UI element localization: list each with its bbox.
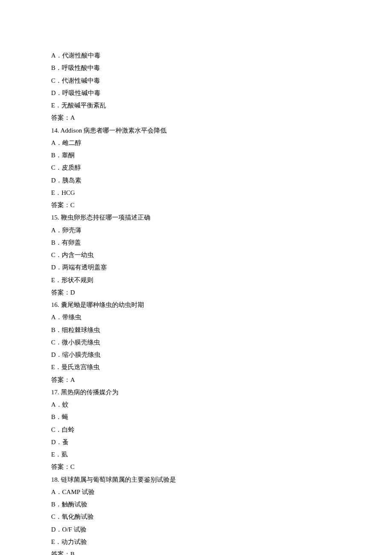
option-text: 雌二醇 (62, 139, 81, 146)
option-letter: A (51, 489, 56, 495)
option-text: HCG (61, 189, 75, 196)
option-text: 形状不规则 (61, 277, 93, 283)
option-letter: B (51, 327, 55, 333)
question-text: 链球菌属与葡萄球菌属的主要鉴别试验是 (61, 476, 176, 483)
answer-value: C (70, 463, 75, 470)
option-letter: E (51, 102, 55, 109)
option-a: A．CAMP 试验 (51, 486, 341, 498)
answer-value: D (70, 289, 75, 296)
option-letter: E (51, 451, 55, 458)
option-letter: E (51, 277, 55, 283)
option-letter: A (51, 314, 56, 321)
option-text: 蚤 (62, 439, 69, 445)
option-text: 曼氏迭宫绦虫 (61, 364, 100, 370)
option-b: B．有卵盖 (51, 237, 341, 249)
answer-line: 答案：A (51, 112, 341, 124)
option-a: A．卵壳薄 (51, 224, 341, 237)
option-b: B．触酶试验 (51, 498, 341, 511)
option-text: 呼吸性碱中毒 (62, 90, 101, 96)
question-text: 鞭虫卵形态持征哪一项描述正确 (61, 214, 150, 221)
option-text: 氧化酶试验 (62, 513, 94, 520)
option-letter: A (51, 401, 56, 408)
option-e: E．虱 (51, 448, 341, 461)
option-letter: C (51, 513, 55, 520)
option-text: 虱 (61, 451, 68, 458)
option-c: C．氧化酶试验 (51, 511, 341, 523)
option-c: C．皮质醇 (51, 162, 341, 174)
question-text: 囊尾蚴是哪种绦虫的幼虫时期 (61, 301, 144, 308)
option-d: D．缩小膜壳绦虫 (51, 349, 341, 361)
option-text: 白蛉 (62, 426, 75, 433)
option-d: D．胰岛素 (51, 174, 341, 187)
option-e: E．无酸碱平衡紊乱 (51, 99, 341, 112)
question-number: 18. (51, 476, 59, 483)
option-letter: D (51, 526, 56, 533)
option-letter: B (51, 64, 55, 71)
option-letter: B (51, 239, 55, 246)
question-stem: 16. 囊尾蚴是哪种绦虫的幼虫时期 (51, 299, 341, 311)
option-letter: C (51, 339, 55, 346)
answer-value: C (70, 202, 75, 208)
option-text: 呼吸性酸中毒 (62, 64, 100, 71)
option-b: B．呼吸性酸中毒 (51, 62, 341, 74)
question-number: 16. (51, 301, 59, 308)
option-letter: C (51, 426, 55, 433)
answer-line: 答案：D (51, 286, 341, 299)
option-c: C．微小膜壳绦虫 (51, 336, 341, 349)
option-letter: C (51, 164, 55, 171)
option-text: 缩小膜壳绦虫 (62, 351, 101, 358)
option-letter: D (51, 439, 56, 445)
option-d: D．呼吸性碱中毒 (51, 87, 341, 99)
option-text: CAMP 试验 (62, 489, 95, 495)
option-text: 无酸碱平衡紊乱 (61, 102, 106, 109)
option-d: D．蚤 (51, 436, 341, 448)
option-e: E．HCG (51, 187, 341, 199)
option-text: 蝇 (62, 413, 68, 420)
option-letter: E (51, 538, 55, 545)
option-text: 细粒棘球绦虫 (62, 327, 100, 333)
answer-line: 答案：C (51, 199, 341, 211)
option-letter: B (51, 152, 55, 159)
option-letter: B (51, 413, 55, 420)
option-text: 卵壳薄 (62, 227, 81, 234)
question-text: 黑热病的传播媒介为 (61, 389, 118, 396)
answer-value: A (70, 114, 75, 121)
option-letter: A (51, 52, 56, 59)
option-a: A．蚊 (51, 399, 341, 411)
option-text: 触酶试验 (62, 501, 87, 508)
answer-label: 答案： (51, 463, 70, 470)
answer-line: 答案：C (51, 461, 341, 473)
option-letter: D (51, 351, 56, 358)
option-e: E．动力试验 (51, 536, 341, 548)
option-letter: A (51, 227, 56, 234)
answer-label: 答案： (51, 289, 70, 296)
option-text: 皮质醇 (62, 164, 81, 171)
option-c: C．代谢性碱中毒 (51, 75, 341, 87)
question-text: Addison 病患者哪一种激素水平会降低 (61, 127, 167, 134)
option-text: 有卵盖 (62, 239, 81, 246)
question-number: 14. (51, 127, 59, 134)
option-e: E．形状不规则 (51, 274, 341, 286)
answer-label: 答案： (51, 551, 70, 555)
answer-line: 答案：A (51, 374, 341, 386)
option-text: 蚊 (62, 401, 69, 408)
option-letter: B (51, 501, 55, 508)
option-b: B．蝇 (51, 411, 341, 423)
option-letter: C (51, 251, 55, 258)
option-text: O/F 试验 (62, 526, 86, 533)
answer-label: 答案： (51, 376, 70, 383)
option-text: 两端有透明盖塞 (62, 264, 107, 271)
option-d: D．O/F 试验 (51, 523, 341, 536)
option-letter: D (51, 264, 56, 271)
option-text: 代谢性酸中毒 (62, 52, 101, 59)
option-a: A．带绦虫 (51, 311, 341, 324)
answer-value: A (70, 376, 75, 383)
answer-value: B (70, 551, 75, 555)
option-b: B．睾酮 (51, 149, 341, 162)
option-c: C．内含一幼虫 (51, 249, 341, 261)
question-stem: 15. 鞭虫卵形态持征哪一项描述正确 (51, 211, 341, 224)
answer-line: 答案：B (51, 548, 341, 555)
option-text: 内含一幼虫 (62, 251, 94, 258)
option-letter: E (51, 364, 55, 370)
option-e: E．曼氏迭宫绦虫 (51, 361, 341, 373)
